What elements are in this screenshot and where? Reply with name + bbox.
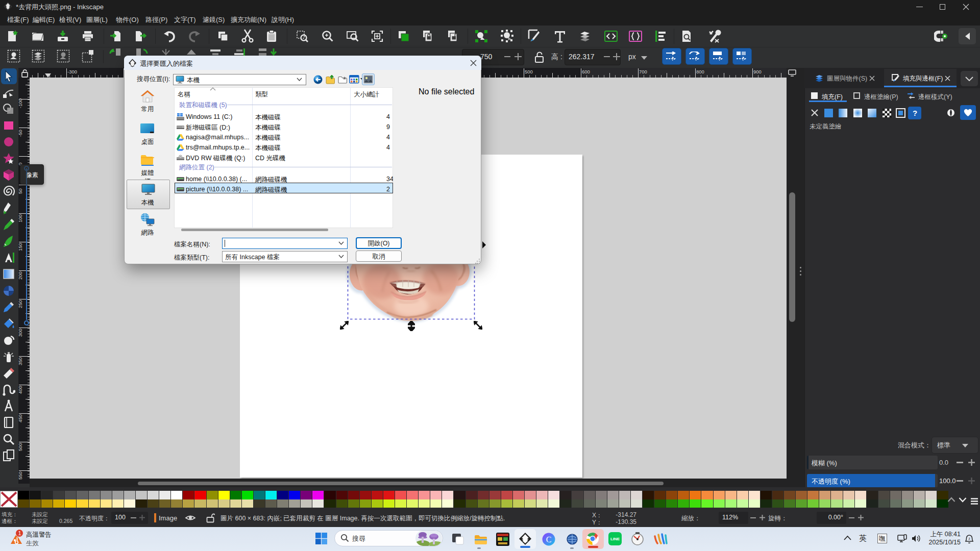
svg-text:LINE: LINE bbox=[610, 537, 620, 541]
svg-text:C: C bbox=[546, 535, 552, 544]
svg-text:?: ? bbox=[913, 109, 917, 117]
svg-text:z: z bbox=[968, 537, 970, 540]
